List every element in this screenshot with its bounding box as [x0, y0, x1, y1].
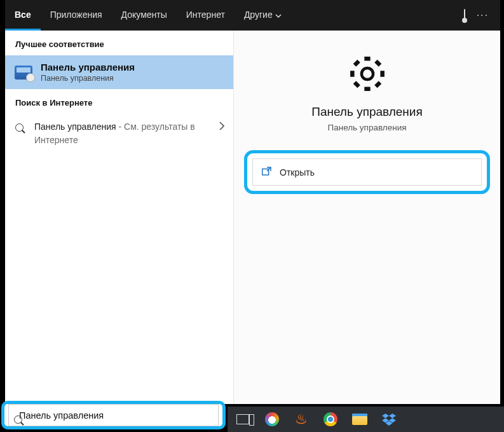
tab-label: Все	[15, 10, 31, 20]
dropbox-icon[interactable]	[380, 410, 398, 428]
search-bar[interactable]	[8, 404, 219, 426]
chevron-right-icon	[215, 120, 224, 134]
search-flyout: Все Приложения Документы Интернет Другие…	[5, 0, 500, 404]
tab-all[interactable]: Все	[5, 0, 41, 31]
tab-documents[interactable]: Документы	[112, 0, 177, 31]
header: Все Приложения Документы Интернет Другие…	[5, 0, 500, 31]
web-search-result[interactable]: Панель управления - См. результаты в Инт…	[5, 114, 233, 153]
tab-web[interactable]: Интернет	[177, 0, 235, 31]
feedback-icon[interactable]	[464, 10, 465, 21]
paint-icon[interactable]	[263, 410, 281, 428]
detail-title: Панель управления	[311, 105, 423, 119]
gear-icon	[346, 52, 389, 97]
tab-label: Документы	[121, 10, 167, 20]
tab-more[interactable]: Другие	[235, 0, 291, 31]
tab-label: Приложения	[50, 10, 102, 20]
svg-point-0	[361, 68, 372, 80]
control-panel-icon	[14, 63, 33, 82]
flame-app-icon[interactable]: ♨	[292, 410, 310, 428]
open-button[interactable]: Открыть	[252, 158, 482, 186]
explorer-icon[interactable]	[351, 410, 369, 428]
open-icon	[262, 167, 272, 178]
more-icon[interactable]: ···	[477, 10, 489, 21]
header-tabs: Все Приложения Документы Интернет Другие	[5, 0, 291, 31]
search-bar-highlight	[1, 401, 226, 429]
web-result-prefix: Панель управления	[34, 122, 116, 132]
body: Лучшее соответствие Панель управления Па…	[5, 31, 500, 404]
open-button-highlight: Открыть	[244, 150, 490, 194]
detail-subtitle: Панель управления	[327, 123, 406, 132]
taskbar: ♨	[228, 407, 504, 432]
result-title: Панель управления	[41, 62, 224, 73]
header-actions: ···	[456, 0, 496, 31]
tab-apps[interactable]: Приложения	[41, 0, 112, 31]
detail-panel: Панель управления Панель управления Откр…	[234, 31, 500, 404]
search-icon	[14, 122, 27, 135]
chrome-icon[interactable]	[322, 410, 339, 428]
result-subtitle: Панель управления	[41, 74, 224, 83]
task-view-icon[interactable]	[234, 410, 252, 428]
results-panel: Лучшее соответствие Панель управления Па…	[5, 31, 234, 404]
search-input[interactable]	[19, 410, 213, 421]
tab-label: Интернет	[186, 10, 225, 20]
best-match-header: Лучшее соответствие	[5, 31, 233, 55]
web-search-header: Поиск в Интернете	[5, 89, 233, 114]
tab-label: Другие	[244, 10, 273, 20]
chevron-down-icon	[275, 10, 282, 20]
open-label: Открыть	[280, 167, 315, 178]
result-control-panel[interactable]: Панель управления Панель управления	[5, 55, 233, 89]
